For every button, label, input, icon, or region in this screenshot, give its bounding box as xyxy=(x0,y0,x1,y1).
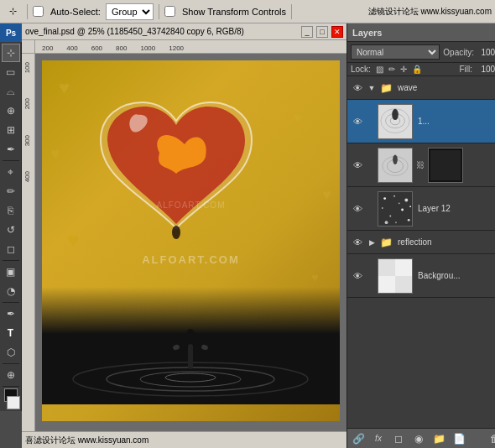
svg-point-23 xyxy=(404,198,408,201)
background-color[interactable] xyxy=(7,396,20,409)
lasso-tool[interactable]: ⌓ xyxy=(2,82,20,101)
move-tool[interactable]: ⊹ xyxy=(2,44,20,62)
svg-point-29 xyxy=(385,221,388,224)
svg-point-31 xyxy=(399,202,400,204)
ps-logo[interactable]: Ps xyxy=(0,23,22,42)
link-layers-btn[interactable]: 🔗 xyxy=(351,431,366,446)
zoom-tool[interactable]: ⊕ xyxy=(2,366,20,384)
top-toolbar: ⊹ Auto-Select: Group Show Transform Cont… xyxy=(0,0,495,23)
wave-group-visibility[interactable]: 👁 xyxy=(351,81,364,95)
brush-tool[interactable]: ✏ xyxy=(2,182,20,201)
dodge-tool[interactable]: ◔ xyxy=(2,282,20,300)
main-area: Ps ⊹ ▭ ⌓ ⊕ ⊞ ✒ ⌖ ✏ ⎘ ↺ ◻ ▣ ◔ ✒ T ⬡ ⊕ xyxy=(0,23,495,448)
gradient-tool[interactable]: ▣ xyxy=(2,263,20,281)
svg-rect-6 xyxy=(188,344,193,369)
canvas-area: ♥ ♥ ♥ ♥ ♥ ♥ ♥ ♥ xyxy=(35,54,346,428)
add-mask-btn[interactable]: ◻ xyxy=(391,431,406,446)
water-area xyxy=(42,287,340,404)
add-style-btn[interactable]: fx xyxy=(371,431,386,446)
layer-list[interactable]: 👁 ▼ 📁 wave 👁 xyxy=(347,76,495,428)
status-bar: 喜滤设计论坛 www.kissyuan.com xyxy=(22,431,346,448)
text-tool[interactable]: T xyxy=(2,324,20,342)
show-transform-label: Show Transform Controls xyxy=(182,7,286,17)
background-visibility[interactable]: 👁 xyxy=(351,269,364,283)
layer1-visibility[interactable]: 👁 xyxy=(351,115,364,128)
ruler-tick-200: 200 xyxy=(42,44,53,52)
clone-tool[interactable]: ⎘ xyxy=(2,201,20,220)
watermark: ALFOART.COM xyxy=(142,253,240,265)
reflection-group-visibility[interactable]: 👁 xyxy=(351,236,364,249)
reflection-folder-icon: 📁 xyxy=(379,236,393,249)
bokeh-heart-1: ♥ xyxy=(59,77,84,102)
svg-point-21 xyxy=(383,197,386,200)
auto-select-checkbox[interactable] xyxy=(33,6,44,17)
wave-group-expand[interactable]: ▼ xyxy=(367,83,377,93)
layer2-thumbnail xyxy=(378,148,413,183)
layer-reflection-group[interactable]: 👁 ▶ 📁 reflection xyxy=(347,231,495,254)
fill-value[interactable]: 100% xyxy=(477,65,495,74)
layer1-name: 1... xyxy=(415,117,495,126)
eraser-tool[interactable]: ◻ xyxy=(2,240,20,258)
delete-layer-btn[interactable]: 🗑 xyxy=(487,431,495,446)
restore-btn[interactable]: □ xyxy=(316,26,328,38)
new-adjustment-btn[interactable]: ◉ xyxy=(411,431,426,446)
layer-waterdrop-2[interactable]: 👁 ⛓ xyxy=(347,143,495,187)
group-dropdown[interactable]: Group xyxy=(106,3,154,20)
svg-point-17 xyxy=(393,154,398,164)
layer-waterdrop-1[interactable]: 👁 1... xyxy=(347,100,495,143)
close-btn[interactable]: ✕ xyxy=(331,26,343,38)
thumb-starfield-svg xyxy=(378,191,412,227)
marquee-tool[interactable]: ▭ xyxy=(2,63,20,81)
transform-checkbox[interactable] xyxy=(164,6,175,17)
svg-point-30 xyxy=(409,206,411,207)
lock-transparency-icon[interactable]: ▨ xyxy=(376,65,383,74)
reflection-group-name: reflection xyxy=(395,237,495,247)
toolbar-separator-3 xyxy=(291,4,292,19)
svg-point-4 xyxy=(165,373,216,382)
svg-point-28 xyxy=(395,221,397,223)
bokeh-heart-5: ♥ xyxy=(67,228,80,253)
opacity-value[interactable]: 100% xyxy=(477,48,495,57)
minimize-btn[interactable]: _ xyxy=(301,26,313,38)
layer-background[interactable]: 👁 Backgrou... fx xyxy=(347,254,495,298)
reflection-group-expand[interactable]: ▶ xyxy=(367,237,377,247)
new-layer-btn[interactable]: 📄 xyxy=(451,431,466,446)
doc-titlebar: ove_final.psd @ 25% (1185450_43742840 co… xyxy=(22,23,346,40)
layer-wave-group[interactable]: 👁 ▼ 📁 wave xyxy=(347,76,495,100)
document-window: ove_final.psd @ 25% (1185450_43742840 co… xyxy=(22,23,346,448)
path-tool[interactable]: ⬡ xyxy=(2,343,20,362)
lock-paint-icon[interactable]: ✏ xyxy=(388,65,395,74)
lock-all-icon[interactable]: 🔒 xyxy=(412,65,422,74)
eyedropper-tool[interactable]: ✒ xyxy=(2,140,20,159)
layer1-thumbnail xyxy=(378,104,413,139)
vruler-200: 200 xyxy=(23,98,34,109)
new-group-btn[interactable]: 📁 xyxy=(431,431,446,446)
layer2-visibility[interactable]: 👁 xyxy=(351,159,364,172)
svg-rect-33 xyxy=(378,259,395,276)
tool-separator-3 xyxy=(3,302,19,303)
toolbar-separator-2 xyxy=(159,4,159,19)
thumb-bg-svg xyxy=(378,258,412,294)
layers-panel-header: Layers ✕ xyxy=(347,23,495,42)
mode-row: Normal Opacity: 100% xyxy=(347,42,495,63)
layer12-visibility[interactable]: 👁 xyxy=(351,202,364,216)
blend-mode-select[interactable]: Normal xyxy=(351,44,440,60)
background-layer-name: Backgrou... xyxy=(415,271,494,280)
layer-12[interactable]: 👁 xyxy=(347,187,495,231)
quick-select-tool[interactable]: ⊕ xyxy=(2,102,20,120)
wave-group-name: wave xyxy=(395,83,495,92)
crop-tool[interactable]: ⊞ xyxy=(2,121,20,139)
canvas-scroll-area[interactable]: ♥ ♥ ♥ ♥ ♥ ♥ ♥ ♥ xyxy=(35,54,346,431)
history-tool[interactable]: ↺ xyxy=(2,221,20,239)
svg-point-0 xyxy=(172,226,180,239)
right-panel: Layers ✕ Normal Opacity: 100% Lock: ▨ ✏ … xyxy=(346,23,495,448)
lock-move-icon[interactable]: ✛ xyxy=(400,65,407,74)
lock-label: Lock: xyxy=(351,65,371,74)
svg-rect-20 xyxy=(378,192,412,226)
svg-point-22 xyxy=(393,195,395,196)
move-tool-icon[interactable]: ⊹ xyxy=(3,3,22,21)
pen-tool[interactable]: ✒ xyxy=(2,305,20,323)
healing-tool[interactable]: ⌖ xyxy=(2,163,20,181)
forum-link-top: 滤镜设计论坛 www.kissyuan.com xyxy=(368,6,492,18)
auto-select-label: Auto-Select: xyxy=(50,7,101,17)
